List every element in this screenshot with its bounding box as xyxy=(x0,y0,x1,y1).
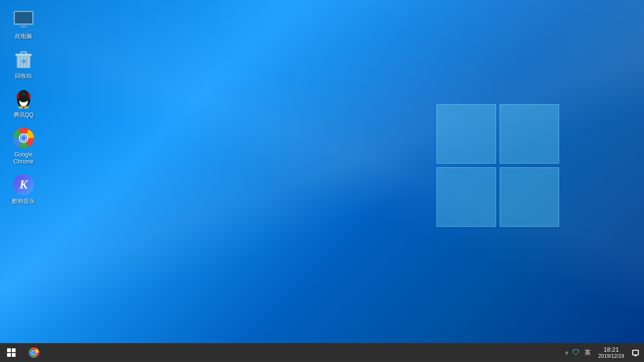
svg-point-23 xyxy=(17,94,19,99)
kuwo-music-icon[interactable]: K 酷狗音乐 xyxy=(5,170,42,209)
tray-clock[interactable]: 18:21 2019/12/19 xyxy=(594,343,629,362)
win-pane-bl xyxy=(437,167,496,227)
this-pc-icon[interactable]: 此电脑 xyxy=(5,5,42,44)
clock-date: 2019/12/19 xyxy=(598,353,624,359)
svg-rect-4 xyxy=(16,13,32,23)
qq-svg xyxy=(13,88,34,109)
svg-line-6 xyxy=(20,58,21,66)
desktop-icons: 此电脑 ♻ 回收站 xyxy=(5,5,42,209)
tray-notification-button[interactable] xyxy=(629,343,642,362)
recycle-svg: ♻ xyxy=(15,49,33,70)
svg-point-26 xyxy=(24,107,29,109)
google-chrome-icon-image xyxy=(12,127,35,149)
recycle-bin-label: 回收站 xyxy=(15,73,32,80)
taskbar: ∧ 🛡 英 18:21 2019/12/19 xyxy=(0,343,644,362)
tencent-qq-label: 腾讯QQ xyxy=(14,112,34,119)
taskbar-chrome-icon xyxy=(28,347,40,358)
svg-line-8 xyxy=(26,58,27,66)
win-pane-tl xyxy=(437,104,496,164)
this-pc-label: 此电脑 xyxy=(15,33,32,41)
light-ray xyxy=(220,0,644,343)
pc-svg xyxy=(13,10,34,29)
win-pane-br xyxy=(500,167,559,227)
start-pane-tl xyxy=(7,348,11,352)
tencent-qq-icon[interactable]: 腾讯QQ xyxy=(5,83,42,123)
recycle-bin-icon[interactable]: ♻ 回收站 xyxy=(5,44,42,84)
this-pc-icon-image xyxy=(12,8,35,31)
svg-text:♻: ♻ xyxy=(22,59,26,64)
tencent-qq-icon-image xyxy=(12,87,35,110)
svg-point-31 xyxy=(21,136,26,140)
svg-point-25 xyxy=(18,107,23,109)
svg-point-36 xyxy=(32,351,36,354)
windows-logo xyxy=(437,104,559,227)
tray-language-button[interactable]: 英 xyxy=(582,348,594,357)
notification-icon xyxy=(632,350,639,355)
taskbar-chrome-button[interactable] xyxy=(23,343,45,362)
svg-rect-2 xyxy=(22,25,25,26)
start-pane-bl xyxy=(7,353,11,357)
chrome-svg xyxy=(13,127,34,149)
svg-point-24 xyxy=(28,94,31,99)
google-chrome-label-line1: Google xyxy=(15,151,33,159)
system-tray: ∧ 🛡 英 18:21 2019/12/19 xyxy=(561,343,644,362)
svg-rect-3 xyxy=(20,26,27,28)
google-chrome-label-line2: Chrome xyxy=(14,158,34,166)
svg-point-22 xyxy=(20,91,27,96)
svg-text:K: K xyxy=(19,178,28,191)
tray-show-hidden-button[interactable]: ∧ xyxy=(563,350,570,356)
kuwo-music-icon-image: K xyxy=(12,173,35,196)
google-chrome-icon[interactable]: Google Chrome xyxy=(5,123,42,170)
recycle-bin-icon-image: ♻ xyxy=(12,48,35,71)
clock-time: 18:21 xyxy=(603,346,619,354)
win-pane-tr xyxy=(500,104,559,164)
kuwo-svg: K xyxy=(13,174,34,196)
start-icon xyxy=(7,348,16,357)
svg-rect-10 xyxy=(21,52,26,54)
start-button[interactable] xyxy=(0,343,23,362)
start-pane-tr xyxy=(12,348,16,352)
tray-defender-icon[interactable]: 🛡 xyxy=(570,348,582,357)
start-pane-br xyxy=(12,353,16,357)
kuwo-music-label: 酷狗音乐 xyxy=(12,198,35,206)
desktop: 此电脑 ♻ 回收站 xyxy=(0,0,644,343)
